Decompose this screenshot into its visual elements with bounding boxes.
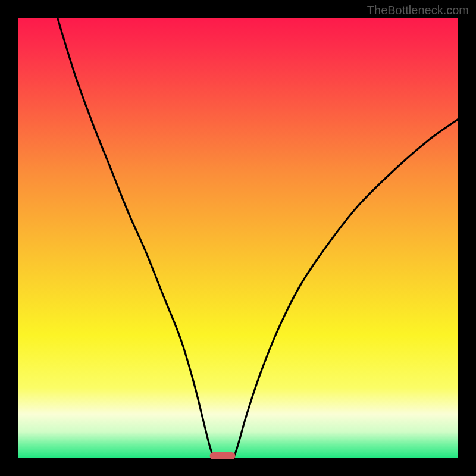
plot-area — [18, 18, 458, 458]
watermark-text: TheBottleneck.com — [367, 4, 469, 17]
bottleneck-marker — [210, 452, 236, 459]
left-curve — [58, 18, 214, 458]
chart-container: TheBottleneck.com — [0, 0, 476, 476]
right-curve — [234, 119, 458, 458]
curves-layer — [18, 18, 458, 458]
